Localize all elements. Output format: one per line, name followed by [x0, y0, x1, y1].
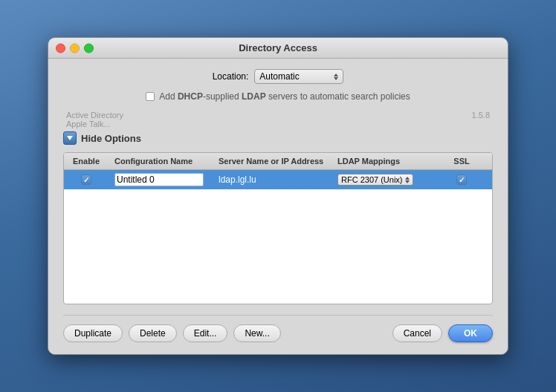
hide-options-row: Hide Options	[63, 130, 493, 146]
window-content: Location: Automatic Add DHCP-supplied LD…	[48, 59, 508, 354]
th-enable: Enable	[64, 155, 109, 167]
th-ldap: LDAP Mappings	[332, 155, 443, 167]
table-body: ldap.lgl.lu RFC 2307 (Unix)	[64, 170, 492, 304]
td-ldap: RFC 2307 (Unix)	[332, 172, 443, 187]
edit-button[interactable]: Edit...	[183, 324, 228, 342]
th-config: Configuration Name	[109, 155, 213, 167]
ldap-table: Enable Configuration Name Server Name or…	[63, 152, 493, 304]
ldap-arrow-down-icon	[405, 180, 410, 183]
location-row: Location: Automatic	[63, 69, 493, 84]
td-server: ldap.lgl.lu	[213, 173, 332, 186]
config-name-input[interactable]	[114, 173, 204, 186]
location-select-arrows	[334, 74, 338, 80]
ldap-select-arrows	[405, 177, 410, 183]
disclosure-triangle-icon	[67, 136, 73, 140]
location-select-value: Automatic	[259, 71, 299, 82]
title-bar: Directory Access	[48, 38, 508, 59]
maximize-button[interactable]	[84, 43, 94, 53]
background-services: Active Directory 1.5.8	[63, 111, 493, 120]
location-select[interactable]: Automatic	[254, 69, 343, 84]
ssl-checkbox[interactable]	[456, 174, 467, 185]
bg-service-left: Active Directory	[66, 111, 123, 120]
new-button[interactable]: New...	[233, 324, 280, 342]
td-enable	[64, 173, 109, 186]
ok-button[interactable]: OK	[448, 324, 493, 342]
ldap-arrow-up-icon	[405, 177, 410, 180]
minimize-button[interactable]	[70, 43, 80, 53]
dhcp-checkbox[interactable]	[146, 92, 155, 101]
dhcp-label: Add DHCP-supplied LDAP servers to automa…	[159, 91, 410, 102]
arrow-up-icon	[334, 74, 338, 76]
buttons-row: Duplicate Delete Edit... New... Cancel O…	[63, 324, 493, 342]
dhcp-row: Add DHCP-supplied LDAP servers to automa…	[63, 91, 493, 102]
bg-service-right: 1.5.8	[472, 111, 490, 120]
td-ssl	[443, 173, 480, 186]
traffic-lights	[56, 43, 94, 53]
location-label: Location:	[213, 71, 249, 82]
table-header: Enable Configuration Name Server Name or…	[64, 153, 492, 170]
disclosure-button[interactable]	[63, 131, 77, 145]
ldap-mappings-select[interactable]: RFC 2307 (Unix)	[337, 174, 413, 186]
server-name-value: ldap.lgl.lu	[219, 174, 256, 185]
th-server: Server Name or IP Address	[213, 155, 332, 167]
separator	[63, 315, 493, 316]
td-config	[109, 172, 213, 188]
th-ssl: SSL	[443, 155, 480, 167]
duplicate-button[interactable]: Duplicate	[63, 324, 123, 342]
window-title: Directory Access	[239, 42, 317, 53]
bg-service-left2: Apple Talk...	[66, 120, 111, 128]
row-enable-checkbox[interactable]	[81, 174, 91, 185]
directory-access-window: Directory Access Location: Automatic Add…	[48, 37, 508, 355]
ldap-mappings-value: RFC 2307 (Unix)	[341, 175, 403, 184]
delete-button[interactable]: Delete	[129, 324, 177, 342]
cancel-button[interactable]: Cancel	[392, 324, 442, 342]
background-services-2: Apple Talk...	[63, 120, 493, 128]
close-button[interactable]	[56, 43, 65, 53]
table-row[interactable]: ldap.lgl.lu RFC 2307 (Unix)	[64, 170, 492, 189]
arrow-down-icon	[334, 77, 338, 80]
hide-options-label: Hide Options	[81, 133, 141, 144]
